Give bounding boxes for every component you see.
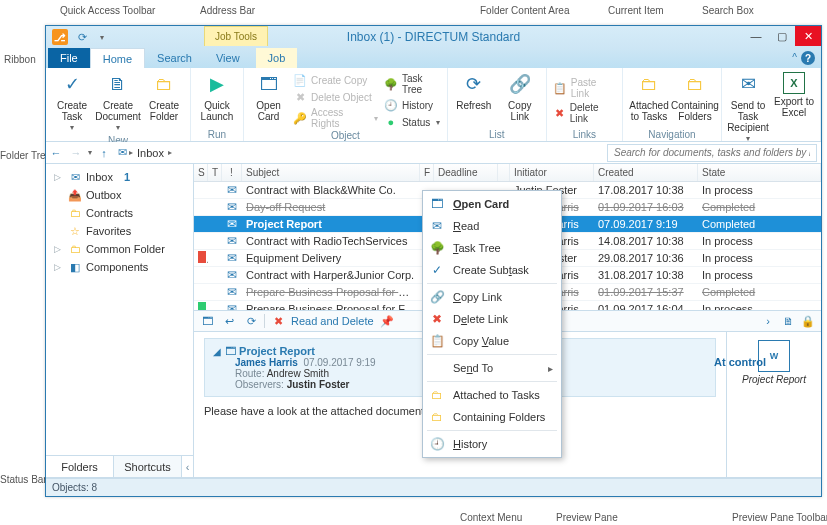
tab-home[interactable]: Home <box>90 48 145 68</box>
tab-file[interactable]: File <box>48 48 90 68</box>
pv-refresh-icon[interactable]: ⟳ <box>242 312 260 330</box>
create-task-button[interactable]: ✓Create Task▾ <box>50 70 94 135</box>
tab-view[interactable]: View <box>204 48 252 68</box>
callout-ctxmenu: Context Menu <box>460 512 522 523</box>
search-box[interactable] <box>607 144 817 162</box>
ctx-copy-value[interactable]: 📋Copy Value <box>423 330 561 352</box>
tab-search[interactable]: Search <box>145 48 204 68</box>
callout-qat: Quick Access Toolbar <box>60 5 155 16</box>
flag-green-icon <box>198 302 206 310</box>
callout-status: Status Bar <box>0 474 47 485</box>
ctx-history[interactable]: 🕘History <box>423 433 561 455</box>
tree-tab-folders[interactable]: Folders <box>46 456 114 477</box>
group-list-label: List <box>452 129 542 141</box>
collapse-arrow-icon[interactable]: ◢ <box>213 346 221 357</box>
ribbon-tabs: Job Tools File Home Search View Job ^ ? <box>46 48 821 68</box>
tree-inbox[interactable]: ▷✉Inbox 1 <box>48 168 191 186</box>
search-input[interactable] <box>612 146 812 159</box>
group-object-label: Object <box>248 130 443 142</box>
tree-components[interactable]: ▷◧Components <box>48 258 191 276</box>
pv-pin-icon[interactable]: 📌 <box>378 312 396 330</box>
context-menu: 🗔Open Card ✉Read 🌳Task Tree ✓Create Subt… <box>422 190 562 458</box>
access-rights-button[interactable]: 🔑Access Rights▾ <box>291 106 380 130</box>
status-objects: Objects: 8 <box>52 482 97 493</box>
tree-outbox[interactable]: 📤Outbox <box>48 186 191 204</box>
refresh-icon[interactable]: ⟳ <box>74 29 90 45</box>
pv-reply-icon[interactable]: ↩ <box>220 312 238 330</box>
collapse-ribbon-icon[interactable]: ^ <box>792 52 797 63</box>
titlebar: ⎇ ⟳ ▾ Inbox (1) - DIRECTUM Standard — ▢ … <box>46 26 821 48</box>
ctx-task-tree[interactable]: 🌳Task Tree <box>423 237 561 259</box>
maximize-button[interactable]: ▢ <box>769 26 795 46</box>
preview-status: At control <box>714 356 766 368</box>
ctx-attached-to-tasks[interactable]: 🗀Attached to Tasks <box>423 384 561 406</box>
callout-addr: Address Bar <box>200 5 255 16</box>
attachment-name[interactable]: Project Report <box>731 374 817 385</box>
delete-link-button[interactable]: ✖Delete Link <box>551 101 618 125</box>
tree-tab-shortcuts[interactable]: Shortcuts <box>114 456 181 477</box>
callout-current-item: Current Item <box>608 5 664 16</box>
callout-preview: Preview Pane <box>556 512 618 523</box>
copy-link-button[interactable]: 🔗Copy Link <box>498 70 542 124</box>
breadcrumb-root[interactable]: ✉▸ <box>118 146 133 159</box>
nav-forward-icon[interactable]: → <box>66 143 86 163</box>
address-bar: ← → ▾ ↑ ✉▸ Inbox▸ <box>46 142 821 164</box>
help-icon[interactable]: ? <box>801 51 815 65</box>
qat-dropdown-icon[interactable]: ▾ <box>94 29 110 45</box>
callout-preview-tb: Preview Pane Toolbar <box>732 512 827 523</box>
breadcrumb-inbox[interactable]: Inbox▸ <box>137 147 172 159</box>
callout-ribbon: Ribbon <box>4 54 36 65</box>
create-copy-button[interactable]: 📄Create Copy <box>291 72 380 88</box>
grid-header[interactable]: S T ! Subject F Deadline Initiator Creat… <box>194 164 821 182</box>
folder-tree: ▷✉Inbox 1 📤Outbox 🗀Contracts ☆Favorites … <box>46 164 194 477</box>
ctx-containing-folders[interactable]: 🗀Containing Folders <box>423 406 561 428</box>
pv-expand-icon[interactable]: › <box>759 312 777 330</box>
callout-search: Search Box <box>702 5 754 16</box>
pv-attach-icon[interactable]: 🗎 <box>779 312 797 330</box>
window-title: Inbox (1) - DIRECTUM Standard <box>347 30 520 44</box>
ctx-send-to[interactable]: Send To▸ <box>423 357 561 379</box>
tab-job[interactable]: Job <box>256 48 298 68</box>
create-document-button[interactable]: 🗎Create Document▾ <box>96 70 140 135</box>
ctx-open-card[interactable]: 🗔Open Card <box>423 193 561 215</box>
ribbon: ✓Create Task▾ 🗎Create Document▾ 🗀Create … <box>46 68 821 142</box>
nav-up-icon[interactable]: ↑ <box>94 143 114 163</box>
app-icon: ⎇ <box>52 29 68 45</box>
containing-folders-button[interactable]: 🗀Containing Folders <box>673 70 717 124</box>
delete-object-button[interactable]: ✖Delete Object <box>291 89 380 105</box>
quick-launch-button[interactable]: ▶Quick Launch <box>195 70 239 124</box>
export-excel-button[interactable]: XExport to Excel <box>772 70 816 146</box>
group-run-label: Run <box>195 129 239 141</box>
open-card-button[interactable]: 🗔Open Card <box>248 70 289 130</box>
send-to-recipient-button[interactable]: ✉Send to Task Recipient▾ <box>726 70 770 146</box>
flag-red-icon <box>198 251 206 263</box>
group-nav-label: Navigation <box>627 129 717 141</box>
callout-folder-content: Folder Content Area <box>480 5 570 16</box>
pv-open-card-icon[interactable]: 🗔 <box>198 312 216 330</box>
group-links-label: Links <box>551 129 618 141</box>
tree-collapse-icon[interactable]: ‹ <box>181 456 193 477</box>
contextual-tab-group: Job Tools <box>204 26 268 46</box>
tree-common-folder[interactable]: ▷🗀Common Folder <box>48 240 191 258</box>
lock-icon[interactable]: 🔒 <box>799 312 817 330</box>
ctx-read[interactable]: ✉Read <box>423 215 561 237</box>
read-and-delete-button[interactable]: Read and Delete <box>291 315 374 327</box>
tree-contracts[interactable]: 🗀Contracts <box>48 204 191 222</box>
status-button[interactable]: ●Status▾ <box>382 114 443 130</box>
create-folder-button[interactable]: 🗀Create Folder <box>142 70 186 135</box>
paste-link-button[interactable]: 📋Paste Link <box>551 76 618 100</box>
pv-delete-icon[interactable]: ✖ <box>269 312 287 330</box>
preview-title: Project Report <box>239 345 315 357</box>
ctx-create-subtask[interactable]: ✓Create Subtask <box>423 259 561 281</box>
refresh-button[interactable]: ⟳Refresh <box>452 70 496 124</box>
task-tree-button[interactable]: 🌳Task Tree <box>382 72 443 96</box>
close-button[interactable]: ✕ <box>795 26 821 46</box>
tree-favorites[interactable]: ☆Favorites <box>48 222 191 240</box>
ctx-copy-link[interactable]: 🔗Copy Link <box>423 286 561 308</box>
ctx-delete-link[interactable]: ✖Delete Link <box>423 308 561 330</box>
history-button[interactable]: 🕘History <box>382 97 443 113</box>
quick-access-toolbar: ⟳ ▾ <box>74 29 110 45</box>
attached-to-tasks-button[interactable]: 🗀Attached to Tasks <box>627 70 671 124</box>
nav-back-icon[interactable]: ← <box>46 143 66 163</box>
minimize-button[interactable]: — <box>743 26 769 46</box>
